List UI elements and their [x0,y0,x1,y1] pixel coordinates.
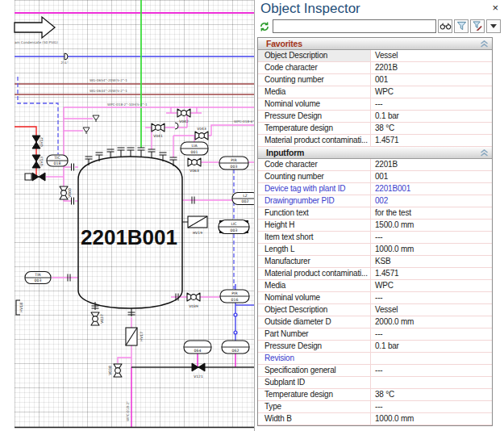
property-row[interactable]: Code character 2201B [258,159,492,171]
property-row[interactable]: Pressure Design 0.1 bar [258,341,492,353]
reducer-symbol[interactable] [65,53,68,60]
svg-text:TIR: TIR [34,273,41,277]
property-value[interactable]: KSB [371,256,492,267]
property-row[interactable]: Height H 1500.0 mm [258,220,492,232]
property-row[interactable]: Media WPC [258,86,492,98]
property-value[interactable]: 0.1 bar [371,111,492,122]
vessel-2201B001[interactable]: 2201B001 [68,148,194,316]
property-row[interactable]: Part Number --- [258,328,492,341]
property-row[interactable]: Specification general --- [258,365,492,377]
property-value[interactable]: 1000.0 mm [371,413,492,425]
property-value[interactable]: --- [371,232,492,243]
svg-text:V039: V039 [189,304,198,308]
property-grid: Favorites Object Description Vessel Code… [257,37,493,426]
svg-text:V041: V041 [153,134,163,138]
property-row[interactable]: Media WPC [258,280,492,292]
property-row[interactable]: Nominal volume --- [258,98,492,111]
property-value[interactable]: 2201B001 [371,183,492,195]
valve-v121 [192,363,205,371]
property-row[interactable]: Width B 1000.0 mm [258,413,492,425]
valve-v038 [114,364,122,377]
property-value[interactable]: --- [371,98,492,110]
property-row[interactable]: Pressure Design 0.1 bar [258,111,492,123]
property-label: Type [258,401,371,412]
property-row[interactable]: Object Description Vessel [258,304,492,316]
section-header[interactable]: Inputform [258,147,492,159]
property-value[interactable]: --- [371,401,492,412]
property-value[interactable]: WPC [371,280,492,291]
filter-icon[interactable] [454,19,469,33]
svg-text:003: 003 [35,278,42,282]
svg-text:V037: V037 [100,314,104,324]
property-value[interactable]: WPC [371,86,492,98]
property-value[interactable]: 1.4571 [371,268,492,279]
pid-canvas[interactable]: am Condensate (50 PSIG) 2"/1" WG-0654"-2… [0,0,254,431]
property-value[interactable]: 001 [371,171,492,182]
section-header[interactable]: Favorites [258,38,492,50]
property-row[interactable]: Drawingnumber PID 002 [258,195,492,207]
property-label: Manufacturer [258,256,371,267]
property-row[interactable]: Counting number 001 [258,171,492,183]
collapse-chevron-icon[interactable] [480,40,489,48]
property-value[interactable]: 001 [371,74,492,86]
property-value[interactable]: Vessel [371,50,492,61]
property-value[interactable]: --- [371,292,492,303]
instrument-lic003: LIC 003 [219,220,249,234]
property-row[interactable]: Type --- [258,401,492,413]
property-value[interactable]: 2000.0 mm [371,316,492,328]
property-value[interactable]: 1000.0 mm [371,244,492,255]
funnel-icon[interactable] [83,128,90,134]
property-row[interactable]: Temperature design 38 °C [258,389,492,401]
property-label: Item text short [258,232,371,243]
binoculars-icon[interactable] [438,19,452,33]
close-icon[interactable]: × [492,2,498,13]
svg-text:001: 001 [191,150,198,154]
property-row[interactable]: Revision [258,353,492,365]
property-value[interactable] [371,353,492,364]
dropdown-button[interactable] [486,19,501,33]
property-row[interactable]: Temperature design 38 °C [258,123,492,135]
property-value[interactable]: 2201B [371,159,492,170]
offpage-connector-arrow[interactable] [15,17,55,38]
property-row[interactable]: Item text short --- [258,232,492,244]
property-row[interactable]: Length L 1000.0 mm [258,244,492,256]
property-row[interactable]: Counting number 001 [258,74,492,86]
property-value[interactable]: 2201B [371,62,492,73]
property-row[interactable]: Material product contaminati... 1.4571 [258,135,492,147]
property-value[interactable]: 38 °C [371,123,492,134]
property-row[interactable]: Manufacturer KSB [258,256,492,268]
pid-drawing[interactable]: am Condensate (50 PSIG) 2"/1" WG-0654"-2… [0,0,254,431]
property-value[interactable]: 002 [371,195,492,207]
svg-text:016: 016 [231,298,239,302]
property-value[interactable]: Vessel [371,304,492,316]
property-row[interactable]: Object Description Vessel [258,50,492,62]
property-row[interactable]: Subplant ID [258,377,492,389]
property-label: Counting number [258,171,371,182]
instrument-lz002: LZ 002 [232,193,254,205]
property-row[interactable]: Outside diameter D 2000.0 mm [258,316,492,328]
search-input[interactable] [273,19,436,33]
property-row[interactable]: Code character 2201B [258,62,492,74]
valve-v043 [195,132,208,140]
property-value[interactable]: for the test [371,207,492,219]
collapse-chevron-icon[interactable] [480,149,489,157]
property-row[interactable]: Function text for the test [258,207,492,220]
property-row[interactable]: Device tag with plant ID 2201B001 [258,183,492,195]
property-value[interactable] [371,377,492,388]
property-value[interactable]: 0.1 bar [371,341,492,352]
property-value[interactable]: 1500.0 mm [371,220,492,231]
property-value[interactable]: --- [371,328,492,340]
red-line-valve [32,173,45,181]
filter-edit-icon[interactable] [470,19,485,33]
property-row[interactable]: Nominal volume --- [258,292,492,304]
property-value[interactable]: --- [371,365,492,376]
property-label: Object Description [258,304,371,316]
property-value[interactable]: 1.4571 [371,135,492,146]
refresh-icon[interactable] [258,19,271,33]
valve-hv17 [126,328,137,345]
svg-text:064: 064 [194,349,202,353]
property-label: Temperature design [258,389,371,400]
property-value[interactable]: 38 °C [371,389,492,400]
funnel-icon[interactable] [93,115,99,122]
property-row[interactable]: Material product contaminati... 1.4571 [258,268,492,280]
